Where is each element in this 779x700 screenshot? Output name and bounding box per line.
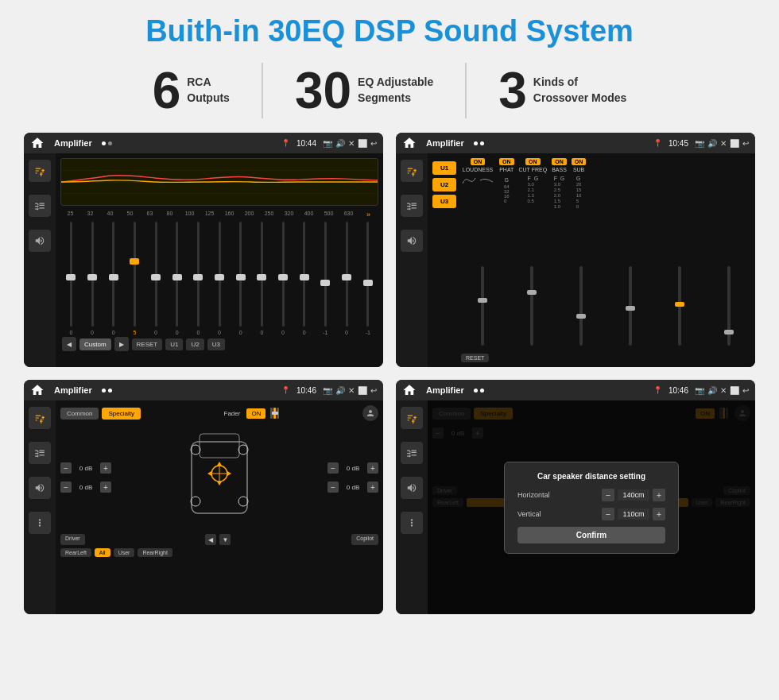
eq-side-btn-3[interactable] (29, 230, 51, 252)
slider-track-13[interactable] (346, 222, 348, 327)
cutfreq-f-thumb[interactable] (527, 290, 537, 295)
cutfreq-f-track[interactable] (530, 266, 533, 346)
rear-left-btn[interactable]: RearLeft (60, 548, 91, 557)
distance-side-btn-3[interactable] (401, 477, 423, 499)
sub-track[interactable] (727, 266, 731, 346)
slider-thumb-8[interactable] (236, 274, 246, 280)
slider-track-3[interactable] (134, 222, 136, 327)
slider-thumb-1[interactable] (87, 274, 97, 280)
fader-side-btn-1[interactable] (29, 407, 51, 429)
preset-u2[interactable]: U2 (432, 178, 456, 191)
slider-track-0[interactable] (70, 222, 72, 327)
horizontal-minus-btn[interactable]: − (602, 489, 614, 501)
on-badge-phat[interactable]: ON (499, 158, 514, 165)
distance-side-btn-1[interactable] (401, 407, 423, 429)
on-badge-sub[interactable]: ON (572, 158, 587, 165)
vol-plus-fr[interactable]: + (367, 462, 378, 474)
fader-side-btn-4[interactable] (29, 512, 51, 534)
slider-track-1[interactable] (91, 222, 94, 327)
vol-minus-fr[interactable]: − (327, 462, 339, 474)
slider-thumb-2[interactable] (109, 274, 118, 280)
slider-thumb-9[interactable] (257, 274, 266, 280)
play-btn[interactable]: ▶ (114, 337, 129, 351)
slider-track-9[interactable] (261, 222, 263, 327)
cutfreq-g-track[interactable] (579, 266, 583, 346)
tab-common[interactable]: Common (60, 408, 99, 420)
preset-u3[interactable]: U3 (432, 195, 456, 208)
slider-thumb-7[interactable] (215, 274, 224, 280)
slider-track-2[interactable] (112, 222, 114, 327)
crossover-side-btn-3[interactable] (401, 230, 423, 252)
custom-btn[interactable]: Custom (79, 338, 111, 350)
confirm-button[interactable]: Confirm (517, 527, 665, 543)
tab-specialty[interactable]: Specialty (102, 408, 140, 420)
slider-track-6[interactable] (197, 222, 200, 327)
stat-number-rca: 6 (153, 65, 181, 116)
slider-track-4[interactable] (155, 222, 157, 327)
slider-thumb-5[interactable] (172, 274, 182, 280)
fader-layout: − 0 dB + − 0 dB + (60, 426, 378, 529)
slider-thumb-12[interactable] (320, 280, 330, 286)
slider-track-8[interactable] (239, 222, 242, 327)
u2-btn[interactable]: U2 (186, 338, 203, 350)
slider-thumb-4[interactable] (151, 274, 161, 280)
slider-thumb-3[interactable] (130, 258, 139, 265)
slider-thumb-0[interactable] (66, 274, 76, 280)
slider-track-11[interactable] (303, 222, 305, 327)
crossover-side-btn-1[interactable] (401, 160, 423, 182)
fader-side-btn-2[interactable] (29, 442, 51, 464)
slider-thumb-13[interactable] (342, 274, 351, 280)
fader-on-badge[interactable]: ON (246, 408, 265, 419)
distance-side-btn-2[interactable] (401, 442, 423, 464)
distance-side-btn-4[interactable] (401, 512, 423, 534)
u1-btn[interactable]: U1 (165, 338, 183, 350)
on-badge-loudness[interactable]: ON (471, 158, 486, 165)
slider-thumb-10[interactable] (278, 274, 288, 280)
eq-side-btn-2[interactable] (29, 195, 51, 217)
u3-btn[interactable]: U3 (207, 338, 225, 350)
user-btn[interactable]: User (114, 548, 135, 557)
down-arrow-btn[interactable]: ▼ (219, 534, 231, 545)
slider-thumb-11[interactable] (300, 274, 309, 280)
left-arrow-btn[interactable]: ◀ (205, 534, 216, 545)
vol-minus-fl[interactable]: − (60, 462, 72, 474)
preset-u1[interactable]: U1 (432, 161, 456, 175)
slider-track-10[interactable] (282, 222, 285, 327)
reset-btn[interactable]: RESET (132, 338, 163, 350)
all-btn[interactable]: All (95, 548, 110, 557)
slider-track-14[interactable] (366, 222, 369, 327)
vertical-plus-btn[interactable]: + (653, 508, 665, 520)
horizontal-plus-btn[interactable]: + (653, 489, 665, 501)
slider-track-7[interactable] (219, 222, 221, 327)
on-badge-bass[interactable]: ON (552, 158, 567, 165)
fader-side-btn-3[interactable] (29, 477, 51, 499)
eq-side-btn-1[interactable] (29, 160, 51, 182)
copilot-btn[interactable]: Copilot (351, 534, 378, 545)
slider-thumb-14[interactable] (363, 280, 373, 286)
vol-minus-rl[interactable]: − (60, 481, 72, 493)
vertical-minus-btn[interactable]: − (602, 508, 614, 520)
sub-thumb[interactable] (724, 330, 734, 335)
rear-right-btn[interactable]: RearRight (138, 548, 172, 557)
vol-plus-rl[interactable]: + (100, 481, 111, 493)
vol-plus-fl[interactable]: + (100, 462, 111, 474)
prev-btn[interactable]: ◀ (62, 337, 76, 351)
crossover-side-btn-2[interactable] (401, 195, 423, 217)
bass-f-track[interactable] (629, 266, 632, 346)
bass-g-track[interactable] (678, 266, 681, 346)
vol-minus-rr[interactable]: − (327, 481, 339, 493)
vol-plus-rr[interactable]: + (367, 481, 378, 493)
distance-status-bar: Amplifier 📍 10:46 📷 🔊 ✕ ⬜ ↩ (396, 380, 755, 400)
phat-slider-track[interactable] (481, 266, 484, 346)
slider-thumb-6[interactable] (193, 274, 203, 280)
bass-g-thumb[interactable] (675, 302, 684, 307)
slider-track-5[interactable] (176, 222, 178, 327)
driver-btn[interactable]: Driver (60, 534, 85, 545)
window-icon-2: ⬜ (730, 139, 739, 148)
phat-slider-thumb[interactable] (478, 298, 487, 303)
bass-f-thumb[interactable] (626, 306, 635, 311)
on-badge-cutfreq[interactable]: ON (525, 158, 541, 165)
cutfreq-g-thumb[interactable] (576, 314, 586, 319)
slider-track-12[interactable] (324, 222, 327, 327)
crossover-reset-btn[interactable]: RESET (461, 354, 489, 362)
